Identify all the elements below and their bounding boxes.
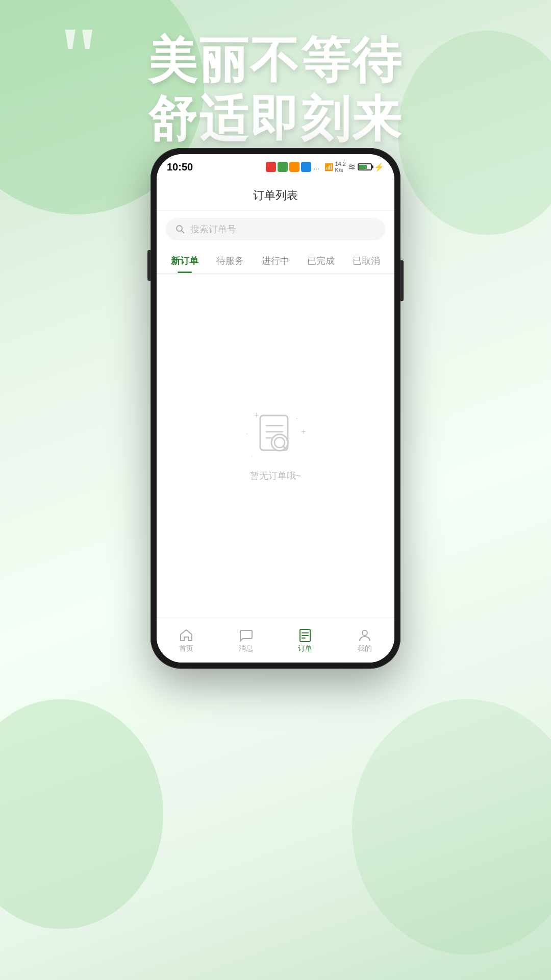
app-icons (266, 162, 311, 172)
phone-screen: 10:50 ... 📶 14.2K/s ≋ ⚡ (157, 154, 394, 663)
app-icon-2 (278, 162, 288, 172)
empty-icon: + · · + · (250, 410, 301, 461)
search-input-wrapper[interactable]: 搜索订单号 (166, 218, 385, 240)
search-icon (175, 224, 185, 234)
battery-indicator (358, 163, 372, 170)
phone-frame: 10:50 ... 📶 14.2K/s ≋ ⚡ (151, 148, 400, 669)
status-bar: 10:50 ... 📶 14.2K/s ≋ ⚡ (157, 154, 394, 180)
nav-orders[interactable]: 订单 (276, 628, 335, 653)
sparkle-mr: + (301, 428, 305, 432)
status-icons: ... 📶 14.2K/s ≋ ⚡ (266, 161, 384, 173)
sparkle-ml: · (246, 430, 250, 434)
profile-icon (358, 628, 372, 642)
nav-home[interactable]: 首页 (157, 628, 216, 653)
app-header-title: 订单列表 (253, 189, 298, 202)
nav-profile[interactable]: 我的 (335, 628, 395, 653)
message-icon (239, 628, 253, 642)
charging-icon: ⚡ (374, 162, 384, 172)
status-dots: ... (313, 163, 319, 171)
app-icon-4 (301, 162, 311, 172)
orders-icon (298, 628, 312, 642)
app-icon-1 (266, 162, 276, 172)
tab-pending-service[interactable]: 待服务 (207, 248, 253, 273)
app-header: 订单列表 (157, 180, 394, 211)
nav-home-label: 首页 (179, 644, 193, 653)
search-placeholder: 搜索订单号 (190, 223, 236, 235)
svg-line-1 (182, 231, 184, 233)
app-content: 订单列表 搜索订单号 新订单 (157, 180, 394, 663)
status-time: 10:50 (167, 161, 193, 173)
wifi-icon: ≋ (348, 161, 356, 173)
search-bar-container: 搜索订单号 (157, 211, 394, 248)
nav-orders-label: 订单 (298, 644, 312, 653)
nav-messages[interactable]: 消息 (216, 628, 276, 653)
battery-fill (359, 165, 367, 169)
hero-section: 美丽不等待 舒适即刻来 (0, 31, 551, 148)
empty-state: + · · + · (157, 275, 394, 618)
tab-new-order[interactable]: 新订单 (162, 248, 207, 273)
tab-in-progress[interactable]: 进行中 (253, 248, 298, 273)
bg-decoration-4 (352, 699, 551, 954)
app-icon-3 (289, 162, 299, 172)
network-speed: 14.2K/s (335, 161, 346, 173)
empty-text: 暂无订单哦~ (250, 470, 302, 482)
order-list-icon (255, 413, 296, 459)
sparkle-tl: + (254, 411, 258, 415)
bottom-nav: 首页 消息 (157, 618, 394, 663)
phone-mockup: 10:50 ... 📶 14.2K/s ≋ ⚡ (151, 148, 400, 669)
hero-line2: 舒适即刻来 (0, 89, 551, 148)
hero-line1: 美丽不等待 (0, 31, 551, 89)
sparkle-tr: · (296, 414, 300, 419)
sparkle-bl: · (251, 453, 255, 457)
nfc-icon: 📶 (324, 163, 333, 171)
svg-point-13 (362, 630, 367, 635)
tabs-bar: 新订单 待服务 进行中 已完成 已取消 (157, 248, 394, 274)
tab-cancelled[interactable]: 已取消 (344, 248, 389, 273)
nav-messages-label: 消息 (239, 644, 253, 653)
home-icon (179, 628, 193, 642)
bg-decoration-3 (0, 699, 163, 929)
tab-completed[interactable]: 已完成 (298, 248, 344, 273)
nav-profile-label: 我的 (358, 644, 372, 653)
